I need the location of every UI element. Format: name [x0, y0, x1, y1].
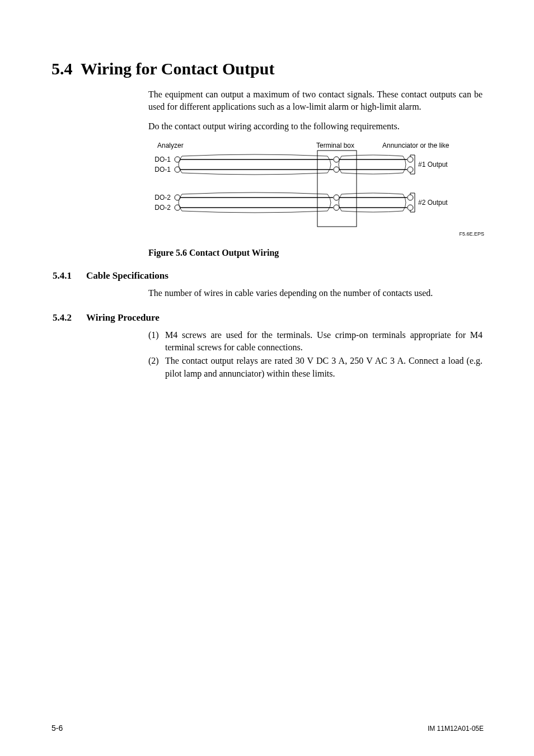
label-do1a: DO-1: [154, 156, 171, 163]
label-do1b: DO-1: [154, 166, 171, 173]
svg-point-10: [407, 167, 413, 172]
subsection-title: Wiring Procedure: [86, 312, 160, 323]
svg-point-18: [334, 205, 339, 210]
svg-point-15: [407, 195, 413, 200]
subsection-title: Cable Specifications: [86, 270, 168, 281]
label-do2a: DO-2: [154, 194, 171, 201]
list-text: M4 screws are used for the terminals. Us…: [165, 329, 483, 354]
label-out2: #2 Output: [418, 199, 448, 206]
svg-point-5: [407, 157, 413, 162]
page-number: 5-6: [51, 724, 63, 732]
section-number: 5.4: [51, 59, 73, 78]
page-footer: 5-6 IM 11M12A01-05E: [51, 724, 484, 732]
subsection-wiring-procedure-heading: 5.4.2 Wiring Procedure: [53, 312, 484, 323]
doc-id: IM 11M12A01-05E: [428, 725, 484, 732]
list-marker: (2): [148, 355, 165, 380]
svg-point-11: [175, 195, 180, 200]
svg-point-6: [175, 167, 180, 172]
figure-contact-output-wiring: Analyzer Terminal box Annunciator or the…: [148, 139, 484, 242]
cable-spec-body: The number of wires in cable varies depe…: [148, 287, 483, 299]
svg-point-1: [175, 157, 180, 162]
subsection-cable-specifications-heading: 5.4.1 Cable Specifications: [53, 270, 484, 281]
label-annunciator: Annunciator or the like: [382, 142, 449, 149]
svg-point-16: [175, 205, 180, 210]
label-analyzer: Analyzer: [157, 142, 184, 149]
figure-caption: Figure 5.6 Contact Output Wiring: [148, 248, 484, 258]
list-marker: (1): [148, 329, 165, 354]
list-item: (1) M4 screws are used for the terminals…: [148, 329, 483, 354]
label-terminal-box: Terminal box: [316, 142, 354, 149]
svg-point-13: [334, 195, 339, 200]
subsection-number: 5.4.2: [53, 312, 86, 323]
svg-point-20: [407, 205, 413, 210]
intro-paragraph-1: The equipment can output a maximum of tw…: [148, 88, 483, 114]
figure-eps-ref: F5.6E.EPS: [459, 231, 484, 237]
wiring-diagram-svg: Analyzer Terminal box Annunciator or the…: [148, 139, 486, 240]
list-text: The contact output relays are rated 30 V…: [165, 355, 483, 380]
label-do2b: DO-2: [154, 204, 171, 212]
section-title: Wiring for Contact Output: [81, 59, 274, 78]
svg-point-3: [334, 157, 339, 162]
section-heading: 5.4 Wiring for Contact Output: [51, 59, 484, 78]
page-root: 5.4 Wiring for Contact Output The equipm…: [0, 0, 534, 756]
svg-point-8: [334, 167, 339, 172]
subsection-number: 5.4.1: [53, 270, 86, 281]
label-out1: #1 Output: [418, 161, 448, 168]
intro-paragraph-2: Do the contact output wiring according t…: [148, 120, 483, 133]
list-item: (2) The contact output relays are rated …: [148, 355, 483, 380]
wiring-procedure-list: (1) M4 screws are used for the terminals…: [148, 329, 483, 381]
